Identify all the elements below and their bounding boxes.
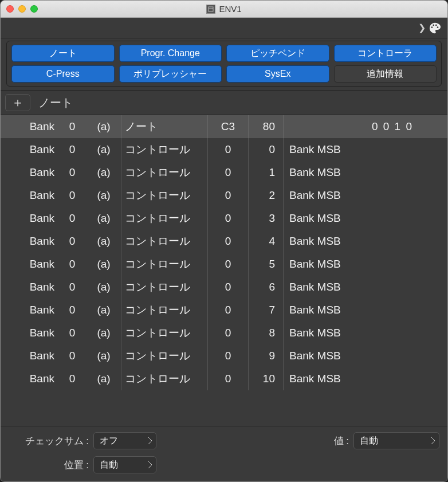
col-value2: 80 (249, 115, 283, 138)
cell-value1: 0 (208, 322, 248, 344)
toolbar: ❯ (1, 18, 447, 38)
window-title: ENV1 (219, 4, 241, 14)
cell-bank: Bank (1, 299, 58, 322)
cell-value2: 0 (249, 138, 283, 161)
table-row[interactable]: Bank0(a)コントロール03Bank MSB (1, 207, 447, 230)
cell-value1: 0 (208, 161, 248, 184)
cell-annotation: (a) (87, 161, 121, 184)
close-button[interactable] (6, 5, 14, 13)
cell-annotation: (a) (87, 367, 121, 390)
cell-description: Bank MSB (284, 207, 447, 230)
col-value1: C3 (208, 115, 248, 138)
cell-type: コントロール (121, 207, 207, 230)
zoom-button[interactable] (30, 5, 38, 13)
col-bank: Bank (1, 115, 58, 138)
cell-value1: 0 (208, 138, 248, 161)
cell-description: Bank MSB (284, 344, 447, 367)
cell-type: コントロール (121, 367, 207, 390)
cell-value1: 0 (208, 344, 248, 367)
filter-button[interactable]: 追加情報 (334, 65, 437, 83)
filter-button[interactable]: ピッチベンド (226, 45, 329, 62)
cell-description: Bank MSB (284, 161, 447, 184)
cell-bank: Bank (1, 322, 58, 344)
cell-annotation: (a) (87, 207, 121, 230)
cell-type: コントロール (121, 138, 207, 161)
cell-value1: 0 (208, 299, 248, 322)
cell-channel: 0 (58, 276, 87, 299)
cell-channel: 0 (58, 184, 87, 207)
cell-channel: 0 (58, 161, 87, 184)
cell-value1: 0 (208, 276, 248, 299)
minimize-button[interactable] (18, 5, 26, 13)
table-row[interactable]: Bank0(a)コントロール010Bank MSB (1, 367, 447, 390)
table-row[interactable]: Bank0(a)コントロール07Bank MSB (1, 299, 447, 322)
cell-type: コントロール (121, 299, 207, 322)
filter-button[interactable]: コントローラ (334, 45, 437, 62)
cell-value2: 10 (249, 367, 283, 390)
table-row[interactable]: Bank0(a)コントロール02Bank MSB (1, 184, 447, 207)
table-row[interactable]: Bank0(a)コントロール04Bank MSB (1, 230, 447, 253)
cell-annotation: (a) (87, 253, 121, 276)
cell-bank: Bank (1, 184, 58, 207)
cell-channel: 0 (58, 367, 87, 390)
filter-button[interactable]: ポリプレッシャー (119, 65, 222, 83)
table-row[interactable]: Bank0(a)コントロール09Bank MSB (1, 344, 447, 367)
cell-bank: Bank (1, 207, 58, 230)
subheader: ＋ ノート (1, 90, 447, 115)
cell-bank: Bank (1, 367, 58, 390)
cell-value1: 0 (208, 230, 248, 253)
subheader-label: ノート (38, 95, 73, 111)
position-select[interactable]: 自動 (93, 456, 156, 473)
titlebar: ENV1 (1, 1, 447, 18)
cell-value2: 7 (249, 299, 283, 322)
add-button[interactable]: ＋ (5, 94, 30, 111)
expand-icon[interactable]: ❯ (418, 23, 426, 33)
cell-value1: 0 (208, 253, 248, 276)
cell-annotation: (a) (87, 322, 121, 344)
table-header-row[interactable]: Bank 0 (a) ノート C3 80 0 0 1 0 (1, 115, 447, 138)
col-annotation: (a) (87, 115, 121, 138)
position-value: 自動 (100, 459, 118, 471)
col-type: ノート (121, 115, 207, 138)
cell-value2: 9 (249, 344, 283, 367)
cell-bank: Bank (1, 230, 58, 253)
cell-description: Bank MSB (284, 230, 447, 253)
table-row[interactable]: Bank0(a)コントロール01Bank MSB (1, 161, 447, 184)
value-label: 値 : (317, 434, 349, 448)
checksum-select[interactable]: オフ (93, 432, 156, 449)
position-label: 位置 : (9, 459, 89, 472)
filter-button[interactable]: C-Press (11, 65, 115, 83)
table-row[interactable]: Bank0(a)コントロール05Bank MSB (1, 253, 447, 276)
table-row[interactable]: Bank0(a)コントロール08Bank MSB (1, 322, 447, 344)
cell-value2: 5 (249, 253, 283, 276)
cell-annotation: (a) (87, 138, 121, 161)
cell-type: コントロール (121, 322, 207, 344)
filter-panel: ノートProgr. Changeピッチベンドコントローラ C-Pressポリプレ… (6, 41, 442, 87)
value-select[interactable]: 自動 (353, 432, 439, 449)
cell-value1: 0 (208, 207, 248, 230)
cell-channel: 0 (58, 253, 87, 276)
cell-value2: 6 (249, 276, 283, 299)
checksum-value: オフ (100, 435, 118, 447)
table-row[interactable]: Bank0(a)コントロール06Bank MSB (1, 276, 447, 299)
cell-description: Bank MSB (284, 299, 447, 322)
cell-annotation: (a) (87, 276, 121, 299)
filter-button[interactable]: ノート (11, 45, 115, 62)
value-value: 自動 (360, 435, 378, 447)
cell-type: コントロール (121, 253, 207, 276)
cell-description: Bank MSB (284, 138, 447, 161)
filter-button[interactable]: Progr. Change (119, 45, 222, 62)
window: ENV1 ❯ ノートProgr. Changeピッチベンドコントローラ C-Pr… (0, 0, 448, 482)
cell-bank: Bank (1, 253, 58, 276)
cell-annotation: (a) (87, 230, 121, 253)
cell-bank: Bank (1, 161, 58, 184)
cell-description: Bank MSB (284, 322, 447, 344)
event-table: Bank 0 (a) ノート C3 80 0 0 1 0 Bank0(a)コント… (1, 115, 447, 426)
palette-icon[interactable] (428, 21, 442, 35)
cell-description: Bank MSB (284, 253, 447, 276)
filter-button[interactable]: SysEx (226, 65, 329, 83)
cell-description: Bank MSB (284, 276, 447, 299)
cell-value1: 0 (208, 184, 248, 207)
cell-annotation: (a) (87, 344, 121, 367)
table-row[interactable]: Bank0(a)コントロール00Bank MSB (1, 138, 447, 161)
